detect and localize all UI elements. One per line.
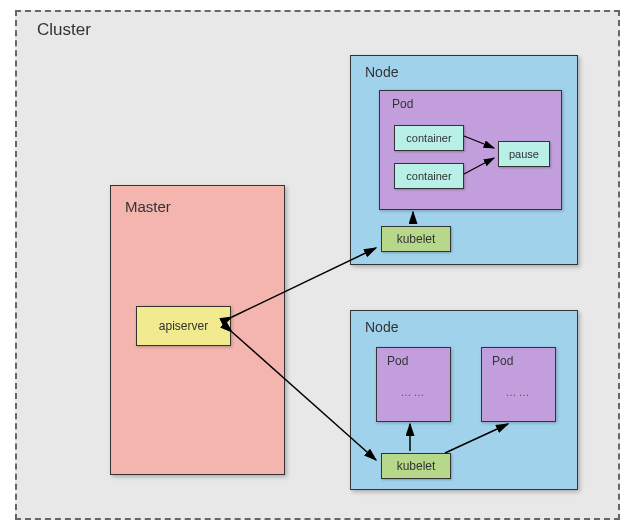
node-2-label: Node [365, 319, 398, 335]
pause-box: pause [498, 141, 550, 167]
master-label: Master [125, 198, 171, 215]
node-1-box: Node Pod container container pause kubel… [350, 55, 578, 265]
container-1-box: container [394, 125, 464, 151]
node-1-pod-box: Pod container container pause [379, 90, 562, 210]
node-1-kubelet-box: kubelet [381, 226, 451, 252]
diagram-canvas: Cluster Master apiserver Node Pod contai… [0, 0, 640, 531]
node-2-kubelet-box: kubelet [381, 453, 451, 479]
node-2-pod-2-ellipsis: …… [482, 386, 555, 398]
container-2-box: container [394, 163, 464, 189]
node-2-pod-2-label: Pod [492, 354, 513, 368]
cluster-label: Cluster [37, 20, 91, 40]
node-2-pod-2-box: Pod …… [481, 347, 556, 422]
apiserver-box: apiserver [136, 306, 231, 346]
node-2-box: Node Pod …… Pod …… kubelet [350, 310, 578, 490]
node-1-label: Node [365, 64, 398, 80]
master-box: Master apiserver [110, 185, 285, 475]
node-2-pod-1-label: Pod [387, 354, 408, 368]
node-1-pod-label: Pod [392, 97, 413, 111]
node-2-pod-1-box: Pod …… [376, 347, 451, 422]
node-2-pod-1-ellipsis: …… [377, 386, 450, 398]
